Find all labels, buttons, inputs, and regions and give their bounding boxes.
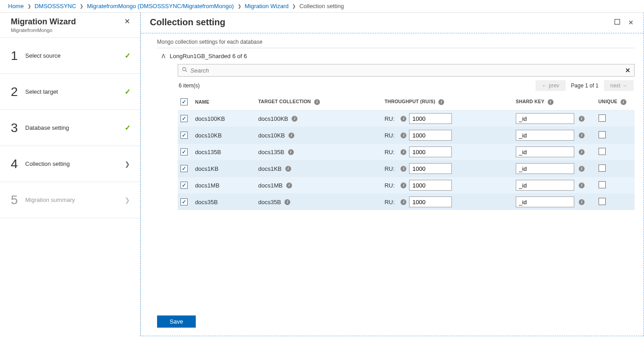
table-row: docs10KBdocs10KBiRU:ii	[178, 127, 635, 144]
throughput-input[interactable]	[409, 163, 452, 174]
info-icon[interactable]: i	[621, 99, 626, 105]
throughput-input[interactable]	[409, 130, 452, 141]
cell-name: docs100KB	[192, 110, 255, 127]
col-header-name[interactable]: NAME	[192, 95, 255, 110]
row-checkbox[interactable]	[180, 198, 188, 206]
info-icon[interactable]: i	[284, 199, 290, 205]
cell-target: docs135B	[258, 149, 284, 155]
group-count: 6 of 6	[232, 53, 247, 59]
info-icon[interactable]: i	[579, 132, 585, 138]
ru-label: RU:	[384, 149, 396, 155]
info-icon[interactable]: i	[401, 149, 406, 155]
info-icon[interactable]: i	[579, 199, 585, 205]
wizard-step[interactable]: 4Collection setting❯	[0, 146, 140, 182]
wizard-sidebar: Migration Wizard MigratefromMongo ✕ 1Sel…	[0, 13, 140, 336]
breadcrumb-item[interactable]: Home	[8, 3, 24, 9]
unique-checkbox[interactable]	[599, 181, 606, 188]
cell-name: docs1KB	[192, 160, 255, 177]
svg-point-1	[183, 68, 186, 71]
info-icon[interactable]: i	[438, 99, 444, 105]
shard-key-input[interactable]	[516, 163, 574, 174]
info-icon[interactable]: i	[401, 183, 406, 188]
unique-checkbox[interactable]	[599, 198, 606, 205]
breadcrumb-item[interactable]: Migration Wizard	[245, 3, 289, 9]
breadcrumb-item[interactable]: MigratefromMongo (DMSOSSSYNC/Migratefrom…	[87, 3, 234, 9]
unique-checkbox[interactable]	[599, 164, 606, 172]
svg-line-2	[185, 70, 187, 72]
throughput-input[interactable]	[409, 146, 452, 157]
chevron-right-icon: ❯	[125, 196, 130, 204]
info-icon[interactable]: i	[579, 149, 585, 155]
search-box[interactable]: ✕	[178, 64, 635, 77]
select-all-checkbox[interactable]	[180, 98, 188, 105]
cell-name: docs10KB	[192, 127, 255, 144]
info-icon[interactable]: i	[288, 132, 294, 138]
sidebar-close-button[interactable]: ✕	[122, 17, 132, 26]
info-icon[interactable]: i	[288, 149, 294, 155]
breadcrumb-item[interactable]: DMSOSSSYNC	[35, 3, 76, 9]
info-icon[interactable]: i	[579, 183, 585, 188]
step-number: 2	[11, 85, 25, 99]
info-icon[interactable]: i	[401, 199, 406, 205]
throughput-input[interactable]	[409, 180, 452, 191]
row-checkbox[interactable]	[180, 182, 188, 189]
table-row: docs100KBdocs100KBiRU:ii	[178, 110, 635, 127]
shard-key-input[interactable]	[516, 146, 574, 157]
info-icon[interactable]: i	[548, 99, 554, 105]
table-row: docs1MBdocs1MBiRU:ii	[178, 177, 635, 194]
info-icon[interactable]: i	[579, 116, 585, 122]
row-checkbox[interactable]	[180, 132, 188, 139]
throughput-input[interactable]	[409, 196, 452, 207]
wizard-step[interactable]: 5Migration summary❯	[0, 182, 140, 218]
ru-label: RU:	[384, 165, 396, 172]
throughput-input[interactable]	[409, 113, 452, 124]
wizard-step[interactable]: 1Select source✓	[0, 38, 140, 74]
step-label: Database setting	[25, 124, 123, 131]
unique-checkbox[interactable]	[599, 131, 606, 138]
clear-search-button[interactable]: ✕	[625, 67, 630, 74]
table-row: docs1KBdocs1KBiRU:ii	[178, 160, 635, 177]
shard-key-input[interactable]	[516, 113, 574, 124]
cell-name: docs135B	[192, 144, 255, 160]
info-icon[interactable]: i	[401, 116, 406, 122]
next-page-button[interactable]: next →	[604, 80, 634, 91]
row-checkbox[interactable]	[180, 165, 188, 172]
collection-group-toggle[interactable]: ᐱ LongRun1GB_Sharded 6 of 6	[157, 48, 635, 64]
wizard-step[interactable]: 2Select target✓	[0, 74, 140, 110]
col-header-throughput[interactable]: THROUGHPUT (RU/S)	[384, 99, 435, 104]
info-icon[interactable]: i	[286, 183, 292, 188]
wizard-step[interactable]: 3Database setting✓	[0, 110, 140, 146]
check-icon: ✓	[125, 123, 131, 132]
close-icon[interactable]: ✕	[627, 18, 635, 27]
save-button[interactable]: Save	[157, 315, 196, 328]
cell-name: docs1MB	[192, 177, 255, 194]
page-indicator: Page 1 of 1	[571, 82, 599, 89]
info-icon[interactable]: i	[579, 166, 585, 172]
table-row: docs35Bdocs35BiRU:ii	[178, 194, 635, 210]
step-label: Select target	[25, 88, 123, 95]
table-row: docs135Bdocs135BiRU:ii	[178, 144, 635, 160]
info-icon[interactable]: i	[401, 132, 406, 138]
col-header-unique[interactable]: UNIQUE	[599, 99, 617, 104]
shard-key-input[interactable]	[516, 180, 574, 191]
prev-page-button[interactable]: ← prev	[536, 80, 566, 91]
col-header-shard[interactable]: SHARD KEY	[516, 99, 545, 104]
unique-checkbox[interactable]	[599, 148, 606, 155]
chevron-right-icon: ❯	[125, 160, 130, 168]
restore-window-icon[interactable]	[613, 18, 621, 27]
shard-key-input[interactable]	[516, 130, 574, 141]
ru-label: RU:	[384, 132, 396, 139]
search-input[interactable]	[190, 67, 625, 74]
shard-key-input[interactable]	[516, 196, 574, 207]
info-icon[interactable]: i	[292, 116, 297, 122]
collections-table: NAME TARGET COLLECTION i THROUGHPUT (RU/…	[178, 95, 635, 210]
row-checkbox[interactable]	[180, 148, 188, 155]
info-icon[interactable]: i	[285, 166, 291, 172]
page-title: Collection setting	[150, 17, 225, 27]
unique-checkbox[interactable]	[599, 114, 606, 122]
info-icon[interactable]: i	[401, 166, 406, 172]
col-header-target[interactable]: TARGET COLLECTION	[258, 99, 311, 104]
row-checkbox[interactable]	[180, 115, 188, 122]
item-count: 6 item(s)	[179, 82, 200, 89]
info-icon[interactable]: i	[314, 99, 320, 105]
